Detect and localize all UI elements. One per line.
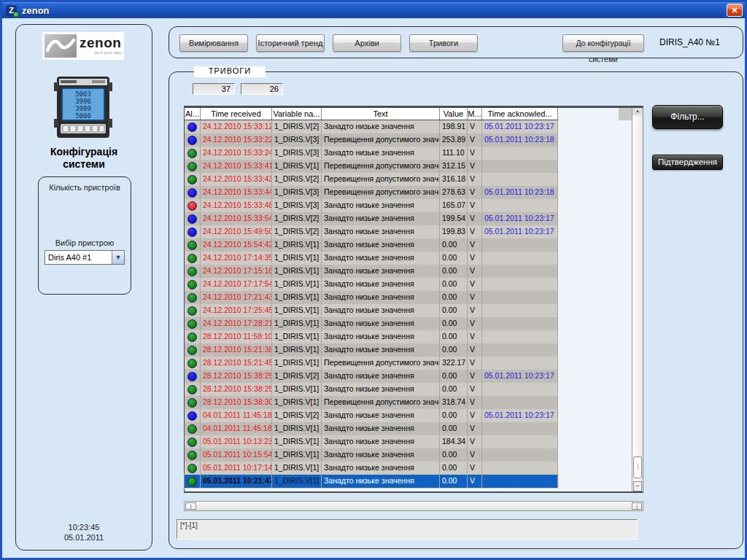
col-header-unit[interactable]: M... (468, 108, 482, 120)
vertical-scrollbar[interactable]: ▲ ⁞ − (632, 108, 643, 491)
alarm-row[interactable]: 24.12.2010 17:17:54 1_DIRIS.V[1] Занадто… (185, 278, 558, 291)
cell-alarm-text: Занадто низьке значення (322, 448, 440, 462)
chevron-down-icon[interactable]: ▼ (112, 251, 124, 264)
acknowledge-button[interactable]: Підтвердження (652, 155, 723, 170)
alarm-status-cell (185, 330, 201, 343)
close-icon[interactable]: ✕ (727, 4, 743, 17)
alarm-status-cell (185, 317, 201, 330)
alarm-row[interactable]: 24.12.2010 17:25:45 1_DIRIS.V[1] Занадто… (185, 304, 558, 317)
nav-button[interactable]: Вимірювання (179, 34, 248, 52)
device-name-label: DIRIS_A40 №1 (659, 37, 736, 47)
alarm-table-body: 24.12.2010 15:33:12 1_DIRIS.V[2] Занадто… (185, 120, 558, 488)
alarm-row[interactable]: 24.12.2010 17:21:43 1_DIRIS.V[1] Занадто… (185, 291, 558, 304)
config-button[interactable]: До конфігурації системи (562, 34, 644, 52)
meter-image: 5003 3996 3989 5000 (54, 75, 112, 139)
cell-time-received: 24.12.2010 17:14:35 (201, 252, 272, 265)
col-header-time[interactable]: Time received (201, 108, 272, 120)
alarm-row[interactable]: 28.12.2010 15:38:30 1_DIRIS.V[1] Перевищ… (185, 396, 558, 409)
alarm-row[interactable]: 24.12.2010 15:33:44 1_DIRIS.V[3] Перевищ… (185, 186, 558, 199)
cell-time-received: 04.01.2011 11:45:18 (201, 422, 272, 435)
alarm-status-cell (185, 238, 201, 252)
filter-expression-field[interactable]: [*]-[1] (177, 519, 638, 540)
scroll-up-icon[interactable]: ▲ (632, 108, 643, 115)
cell-time-received: 24.12.2010 17:25:45 (201, 304, 272, 317)
alarm-status-icon (187, 319, 197, 329)
col-header-alarm[interactable]: Al... (185, 108, 201, 120)
alarm-row[interactable]: 04.01.2011 11:45:18 1_DIRIS.V[1] Занадто… (185, 422, 558, 435)
alarm-row[interactable]: 24.12.2010 15:33:22 1_DIRIS.V[3] Перевищ… (185, 133, 558, 147)
alarm-row[interactable]: 05.01.2011 10:21:47 1_DIRIS.V[1] Занадто… (185, 475, 558, 488)
nav-button[interactable]: Архіви (333, 34, 401, 52)
cell-unit: V (468, 383, 482, 396)
cell-unit: V (468, 173, 482, 186)
vertical-scroll-thumb[interactable]: ⁞ (633, 456, 642, 478)
alarm-row[interactable]: 24.12.2010 15:33:54 1_DIRIS.V[2] Занадто… (185, 212, 558, 225)
alarm-row[interactable]: 28.12.2010 15:21:45 1_DIRIS.V[1] Перевищ… (185, 357, 558, 370)
alarm-row[interactable]: 24.12.2010 15:33:43 1_DIRIS.V[2] Перевищ… (185, 173, 558, 186)
filter-button[interactable]: Фільтр... (652, 105, 723, 129)
cell-alarm-text: Перевищення допустимого значення (322, 186, 440, 199)
col-header-ack[interactable]: Time acknowled... (482, 108, 558, 120)
cell-alarm-text: Занадто низьке значення (322, 475, 440, 488)
nav-button[interactable]: Історичний тренд (256, 34, 325, 52)
horizontal-scroll-thumb[interactable]: | (185, 502, 196, 510)
alarm-row[interactable]: 04.01.2011 11:45:18 1_DIRIS.V[2] Занадто… (185, 409, 558, 422)
alarm-status-cell (185, 120, 201, 133)
cell-time-received: 04.01.2011 11:45:18 (201, 409, 272, 422)
scroll-minus-button[interactable]: − (633, 481, 642, 491)
cell-time-acknowledged: 05.01.2011 10:23:18 (482, 186, 558, 199)
alarm-status-icon (187, 332, 197, 342)
cell-variable-name: 1_DIRIS.V[1] (272, 304, 322, 317)
alarm-row[interactable]: 24.12.2010 15:33:24 1_DIRIS.V[3] Занадто… (185, 147, 558, 160)
cell-unit: V (468, 304, 482, 317)
alarm-row[interactable]: 24.12.2010 15:33:12 1_DIRIS.V[2] Занадто… (185, 120, 558, 133)
cell-time-acknowledged: 05.01.2011 10:23:18 (482, 133, 558, 147)
logo-name: zenon (80, 36, 121, 50)
alarm-row[interactable]: 28.12.2010 15:38:25 1_DIRIS.V[2] Занадто… (185, 370, 558, 383)
cell-time-received: 28.12.2010 15:21:38 (201, 343, 272, 357)
alarm-row[interactable]: 24.12.2010 17:14:35 1_DIRIS.V[1] Занадто… (185, 252, 558, 265)
alarm-row[interactable]: 24.12.2010 15:33:41 1_DIRIS.V[1] Перевищ… (185, 160, 558, 173)
cell-value: 0.00 (440, 409, 468, 422)
cell-value: 0.00 (440, 252, 468, 265)
col-header-variable[interactable]: Variable na... (272, 108, 322, 120)
alarm-row[interactable]: 28.12.2010 15:38:25 1_DIRIS.V[1] Занадто… (185, 383, 558, 396)
cell-time-acknowledged (482, 357, 558, 370)
alarm-status-cell (185, 147, 201, 160)
cell-unit: V (468, 252, 482, 265)
alarm-row[interactable]: 24.12.2010 15:54:42 1_DIRIS.V[1] Занадто… (185, 238, 558, 252)
alarm-row[interactable]: 05.01.2011 10:13:23 1_DIRIS.V[1] Занадто… (185, 435, 558, 448)
alarm-row[interactable]: 24.12.2010 15:33:48 1_DIRIS.V[3] Занадто… (185, 199, 558, 212)
device-select[interactable]: Diris A40 #1 ▼ (44, 250, 125, 265)
cell-time-acknowledged: 05.01.2011 10:23:17 (482, 120, 558, 133)
alarm-row[interactable]: 24.12.2010 17:28:21 1_DIRIS.V[1] Занадто… (185, 317, 558, 330)
nav-button[interactable]: Тривоги (409, 34, 478, 52)
horizontal-scrollbar[interactable]: | | (184, 501, 643, 511)
cell-unit: V (468, 212, 482, 225)
alarm-row[interactable]: 05.01.2011 10:15:54 1_DIRIS.V[1] Занадто… (185, 448, 558, 462)
cell-alarm-text: Занадто низьке значення (322, 225, 440, 238)
cell-unit: V (468, 370, 482, 383)
alarm-status-icon (187, 122, 197, 132)
cell-alarm-text: Занадто низьке значення (322, 147, 440, 160)
col-header-text[interactable]: Text (322, 108, 440, 120)
alarm-row[interactable]: 28.12.2010 11:58:10 1_DIRIS.V[1] Занадто… (185, 330, 558, 343)
cell-variable-name: 1_DIRIS.V[1] (272, 435, 322, 448)
sidebar-panel: zenon do it your way 5003 3996 3989 5000 (15, 24, 152, 551)
alarm-status-icon (187, 293, 197, 303)
cell-alarm-text: Занадто низьке значення (322, 370, 440, 383)
horizontal-scroll-right-button[interactable]: | (632, 502, 642, 510)
alarm-row[interactable]: 24.12.2010 15:49:50 1_DIRIS.V[2] Занадто… (185, 225, 558, 238)
svg-text:5000: 5000 (75, 112, 91, 120)
cell-variable-name: 1_DIRIS.V[1] (272, 160, 322, 173)
cell-variable-name: 1_DIRIS.V[2] (272, 212, 322, 225)
cell-value: 0.00 (440, 278, 468, 291)
cell-alarm-text: Занадто низьке значення (322, 422, 440, 435)
alarm-row[interactable]: 05.01.2011 10:17:14 1_DIRIS.V[1] Занадто… (185, 462, 558, 475)
cell-time-received: 24.12.2010 15:33:44 (201, 186, 272, 199)
cell-value: 0.00 (440, 475, 468, 488)
cell-value: 0.00 (440, 343, 468, 357)
col-header-value[interactable]: Value (440, 108, 468, 120)
alarm-row[interactable]: 28.12.2010 15:21:38 1_DIRIS.V[1] Занадто… (185, 343, 558, 357)
alarm-row[interactable]: 24.12.2010 17:15:18 1_DIRIS.V[1] Занадто… (185, 265, 558, 278)
